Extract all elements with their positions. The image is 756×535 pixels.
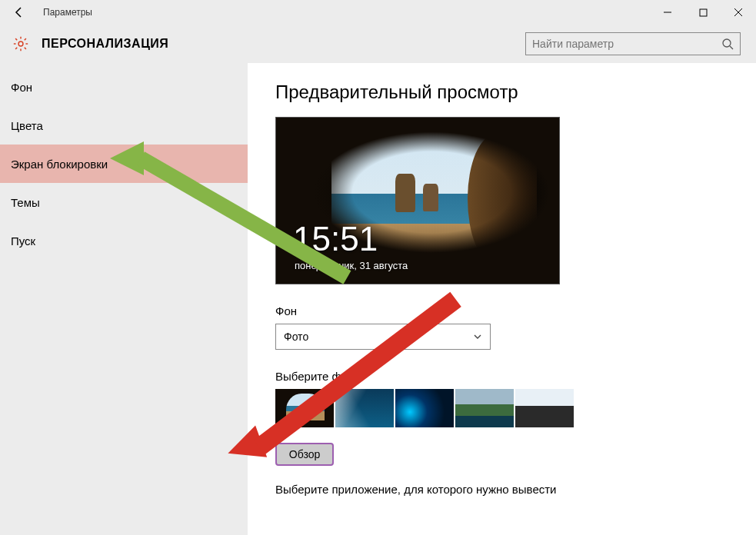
app-prompt-text: Выберите приложение, для которого нужно … xyxy=(275,483,756,496)
lockscreen-preview: 15:51 понедельник, 31 августа xyxy=(275,117,560,284)
content-pane: Предварительный просмотр 15:51 понедельн… xyxy=(248,63,756,535)
svg-line-10 xyxy=(25,48,26,49)
svg-line-14 xyxy=(730,46,733,49)
minimize-button[interactable] xyxy=(650,0,685,25)
search-box[interactable] xyxy=(525,32,741,55)
dropdown-value: Фото xyxy=(284,331,308,343)
svg-line-9 xyxy=(15,38,17,40)
page-title: ПЕРСОНАЛИЗАЦИЯ xyxy=(42,37,168,51)
browse-button[interactable]: Обзор xyxy=(275,443,334,466)
search-input[interactable] xyxy=(532,38,721,50)
preview-date: понедельник, 31 августа xyxy=(295,260,408,271)
title-bar: Параметры xyxy=(0,0,756,25)
sidebar-item-colors[interactable]: Цвета xyxy=(0,106,248,145)
sidebar-item-label: Пуск xyxy=(11,234,35,248)
sidebar: Фон Цвета Экран блокировки Темы Пуск xyxy=(0,63,248,535)
svg-point-13 xyxy=(723,39,731,47)
photo-thumb-4[interactable] xyxy=(455,389,514,427)
svg-line-12 xyxy=(15,48,17,49)
photo-thumb-1[interactable] xyxy=(275,389,334,427)
close-icon xyxy=(734,8,743,17)
window-title: Параметры xyxy=(43,7,92,18)
back-button[interactable] xyxy=(9,2,29,22)
gear-icon xyxy=(12,35,29,52)
photo-thumb-3[interactable] xyxy=(395,389,454,427)
chevron-down-icon xyxy=(473,332,482,341)
preview-time: 15:51 xyxy=(293,222,378,256)
preview-heading: Предварительный просмотр xyxy=(275,81,756,103)
sidebar-item-label: Экран блокировки xyxy=(11,158,108,171)
photo-thumb-2[interactable] xyxy=(335,389,394,427)
choose-photo-label: Выберите фото xyxy=(275,370,756,383)
sidebar-item-background[interactable]: Фон xyxy=(0,68,248,106)
background-label: Фон xyxy=(275,304,756,317)
photo-thumb-5[interactable] xyxy=(515,389,574,427)
maximize-button[interactable] xyxy=(685,0,721,25)
close-button[interactable] xyxy=(721,0,756,25)
arrow-left-icon xyxy=(13,6,25,18)
minimize-icon xyxy=(663,8,672,17)
sidebar-item-themes[interactable]: Темы xyxy=(0,183,248,221)
sidebar-item-label: Цвета xyxy=(11,119,43,132)
page-header: ПЕРСОНАЛИЗАЦИЯ xyxy=(0,25,756,63)
sidebar-item-lockscreen[interactable]: Экран блокировки xyxy=(0,145,248,183)
svg-rect-1 xyxy=(700,9,707,16)
svg-point-4 xyxy=(18,42,23,46)
sidebar-item-start[interactable]: Пуск xyxy=(0,221,248,260)
background-dropdown[interactable]: Фото xyxy=(275,324,491,350)
photo-thumbnails xyxy=(275,389,756,427)
svg-line-11 xyxy=(25,38,26,40)
sidebar-item-label: Фон xyxy=(11,81,32,94)
browse-label: Обзор xyxy=(289,448,320,460)
maximize-icon xyxy=(699,8,708,17)
search-icon xyxy=(721,38,734,50)
sidebar-item-label: Темы xyxy=(11,196,40,209)
